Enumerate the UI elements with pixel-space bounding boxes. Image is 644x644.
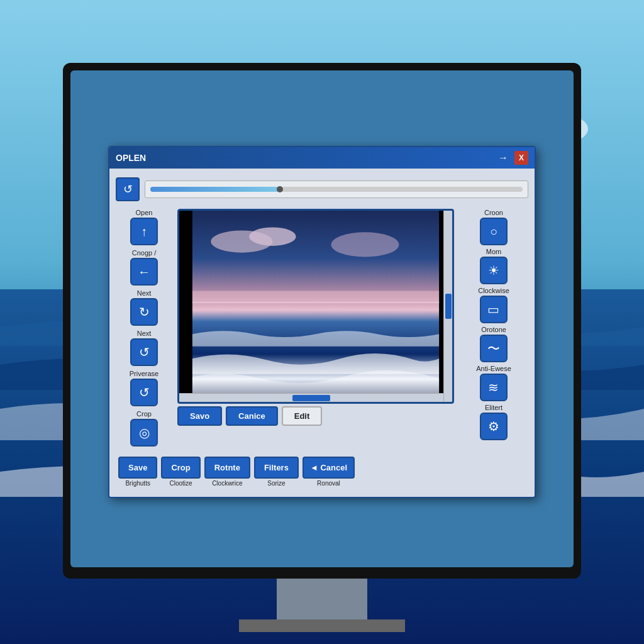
right-item-elitert: Elitert ⚙ xyxy=(480,404,508,440)
sidebar-item-next2: Next ↺ xyxy=(130,330,158,366)
croon-label: Croon xyxy=(484,209,503,216)
open-label: Open xyxy=(136,209,153,216)
next1-label: Next xyxy=(137,289,152,297)
next1-button[interactable]: ↻ xyxy=(130,298,158,326)
right-item-anti-ewese: Anti-Ewese ≋ xyxy=(476,365,511,401)
slider-fill xyxy=(150,187,280,192)
toolbar-group-rotate: Rotnte Clockwrice xyxy=(204,457,250,487)
canice-button[interactable]: Canice xyxy=(226,406,278,426)
top-bar: ↺ xyxy=(116,175,528,204)
rotate-toolbar-sublabel: Clockwrice xyxy=(212,480,242,487)
bottom-toolbar: Save Brighutts Crop Clootize Rotnte Cloc… xyxy=(116,452,528,489)
clockwise-label: Clockwise xyxy=(478,287,509,294)
savo-button[interactable]: Savo xyxy=(177,406,222,426)
priverase-button[interactable]: ↺ xyxy=(130,379,158,406)
right-item-mom: Mom ☀ xyxy=(480,248,508,284)
clockwise-button[interactable]: ▭ xyxy=(480,296,508,323)
right-item-orotone: Orotone 〜 xyxy=(480,326,508,362)
rotate-button[interactable]: ↺ xyxy=(116,177,140,201)
edit-button[interactable]: Edit xyxy=(282,406,323,426)
elitert-button[interactable]: ⚙ xyxy=(480,413,508,440)
sidebar-item-prev: Cnogp / ← xyxy=(130,249,158,286)
image-svg xyxy=(179,211,452,402)
save-toolbar-sublabel: Brighutts xyxy=(125,480,150,487)
cancel-toolbar-sublabel: Ronoval xyxy=(317,480,340,487)
svg-rect-14 xyxy=(192,291,439,303)
open-button[interactable]: ↑ xyxy=(130,218,158,245)
slider-track[interactable] xyxy=(150,187,523,192)
dialog-body: ↺ Open ↑ Cnogp / xyxy=(109,169,535,496)
croon-button[interactable]: ○ xyxy=(480,218,508,245)
close-button[interactable]: X xyxy=(514,151,528,165)
svg-point-12 xyxy=(249,227,296,245)
slider-container xyxy=(145,180,528,198)
vertical-scrollbar[interactable] xyxy=(443,211,452,402)
elitert-label: Elitert xyxy=(485,404,502,411)
anti-ewese-label: Anti-Ewese xyxy=(476,365,511,372)
orotone-label: Orotone xyxy=(481,326,506,333)
titlebar-left: OPLEN xyxy=(116,153,146,163)
sidebar-item-priverase: Priverase ↺ xyxy=(130,370,158,406)
crop-toolbar-button[interactable]: Crop xyxy=(161,457,200,479)
sidebar-item-open: Open ↑ xyxy=(130,209,158,245)
right-sidebar: Croon ○ Mom ☀ Clockwise ▭ Orotone 〜 xyxy=(459,209,528,447)
dialog-titlebar: OPLEN → X xyxy=(109,147,535,169)
anti-ewese-button[interactable]: ≋ xyxy=(480,374,508,401)
image-canvas xyxy=(179,211,452,402)
prev-label: Cnogp / xyxy=(132,249,157,257)
scroll-handle-left[interactable] xyxy=(177,294,179,319)
svg-rect-7 xyxy=(239,619,405,632)
mom-label: Mom xyxy=(486,248,501,255)
prev-button[interactable]: ← xyxy=(130,258,158,286)
priverase-label: Priverase xyxy=(130,370,158,377)
cancel-toolbar-button[interactable]: ◄ Cancel xyxy=(303,457,355,479)
toolbar-group-crop: Crop Clootize xyxy=(161,457,200,487)
main-dialog: OPLEN → X ↺ xyxy=(108,146,536,498)
rotate-toolbar-button[interactable]: Rotnte xyxy=(204,457,250,479)
sidebar-item-next1: Next ↻ xyxy=(130,289,158,326)
filters-toolbar-button[interactable]: Filters xyxy=(254,457,299,479)
save-toolbar-button[interactable]: Save xyxy=(118,457,157,479)
crop-left-button[interactable]: ◎ xyxy=(130,419,158,447)
slider-thumb[interactable] xyxy=(277,186,283,192)
vertical-scrollbar-thumb[interactable] xyxy=(445,294,452,319)
filters-toolbar-sublabel: Sorize xyxy=(267,480,285,487)
sidebar-item-crop-left: Crop ◎ xyxy=(130,410,158,447)
orotone-button[interactable]: 〜 xyxy=(480,335,508,362)
toolbar-group-save: Save Brighutts xyxy=(118,457,157,487)
horizontal-scrollbar[interactable] xyxy=(179,393,443,402)
image-frame xyxy=(177,209,454,404)
dialog-title: OPLEN xyxy=(116,153,146,163)
svg-point-13 xyxy=(331,232,399,257)
svg-rect-15 xyxy=(192,302,439,303)
next2-label: Next xyxy=(137,330,152,337)
crop-toolbar-sublabel: Clootize xyxy=(169,480,192,487)
horizontal-scrollbar-thumb[interactable] xyxy=(292,395,330,401)
right-item-clockwise: Clockwise ▭ xyxy=(478,287,509,323)
left-sidebar: Open ↑ Cnogp / ← Next ↻ Next ↺ xyxy=(116,209,172,447)
crop-left-label: Crop xyxy=(136,410,152,418)
mom-button[interactable]: ☀ xyxy=(480,257,508,284)
toolbar-group-cancel: ◄ Cancel Ronoval xyxy=(303,457,355,487)
arrow-icon: → xyxy=(498,152,508,164)
toolbar-group-filters: Filters Sorize xyxy=(254,457,299,487)
next2-button[interactable]: ↺ xyxy=(130,338,158,366)
right-item-croon: Croon ○ xyxy=(480,209,508,245)
image-actions: Savo Canice Edit xyxy=(177,406,454,426)
image-area: Savo Canice Edit xyxy=(177,209,454,447)
monitor-background: OPLEN → X ↺ xyxy=(0,0,644,644)
main-area: Open ↑ Cnogp / ← Next ↻ Next ↺ xyxy=(116,209,528,447)
